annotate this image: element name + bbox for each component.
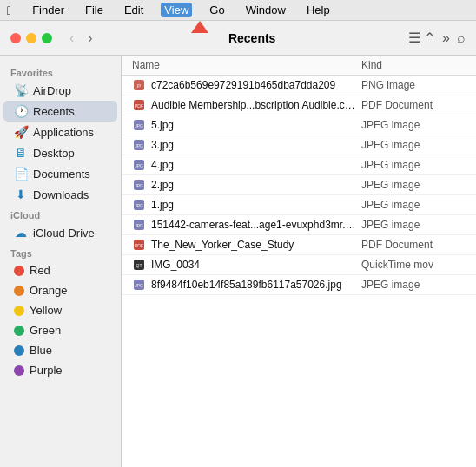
file-name: 5.jpg [151,119,356,131]
file-name: 151442-cameras-feat...age1-evuxphd3mr.jp… [151,219,356,231]
close-button[interactable] [10,33,21,43]
svg-text:JPG: JPG [135,183,143,188]
file-kind: PDF Document [361,239,466,251]
favorites-label: Favorites [0,62,121,80]
file-name: 4.jpg [151,159,356,171]
tag-orange-dot [14,286,24,296]
svg-text:PDF: PDF [135,103,143,109]
sidebar-item-recents[interactable]: 🕐 Recents [3,101,117,122]
col-name-header: Name [132,59,361,71]
table-row[interactable]: Pc72ca6b569e9729191b465dba7dda209PNG ima… [122,76,476,95]
svg-text:JPG: JPG [135,203,143,208]
toolbar-right: ☰ ⌃ » ⌕ [408,30,466,46]
tag-purple-dot [14,365,24,376]
menu-window[interactable]: Window [242,3,289,17]
sidebar-item-tag-blue[interactable]: Blue [3,340,117,360]
menu-bar:  Finder File Edit View Go Window Help [0,0,476,21]
tags-label: Tags [0,243,121,260]
table-row[interactable]: JPG5.jpgJPEG image [122,115,476,135]
file-icon: JPG [132,278,146,292]
sidebar-item-tag-red[interactable]: Red [3,260,117,280]
downloads-icon: ⬇ [14,187,28,201]
sidebar-label-documents: Documents [33,168,90,181]
table-row[interactable]: PDFThe_New_Yorker_Case_StudyPDF Document [122,235,476,255]
file-kind: QuickTime mov [361,259,466,271]
sidebar-item-airdrop[interactable]: 📡 AirDrop [3,80,117,101]
table-row[interactable]: JPG4.jpgJPEG image [122,155,476,175]
sidebar-item-downloads[interactable]: ⬇ Downloads [3,184,117,205]
sidebar-item-tag-purple[interactable]: Purple [3,360,117,380]
table-row[interactable]: JPG2.jpgJPEG image [122,175,476,195]
table-row[interactable]: JPG151442-cameras-feat...age1-evuxphd3mr… [122,215,476,235]
svg-text:PDF: PDF [135,243,143,248]
file-icon: JPG [132,118,146,132]
svg-text:P: P [137,83,141,89]
back-button[interactable]: ‹ [66,29,77,48]
svg-text:JPG: JPG [135,283,143,288]
column-headers: Name Kind [122,56,476,76]
file-icon: PDF [132,98,146,112]
file-name: 3.jpg [151,139,356,151]
sidebar-item-icloud-drive[interactable]: ☁ iCloud Drive [3,222,117,243]
file-kind: JPEG image [361,119,466,131]
file-name: Audible Membership...bscription Audible.… [151,99,356,111]
minimize-button[interactable] [26,33,36,43]
file-kind: PNG image [361,79,466,91]
desktop-icon: 🖥 [14,146,28,160]
expand-icon[interactable]: » [442,30,450,46]
sidebar-label-yellow: Yellow [30,304,62,317]
documents-icon: 📄 [14,167,28,181]
table-row[interactable]: JPG1.jpgJPEG image [122,195,476,215]
apple-logo-icon:  [7,3,11,17]
sidebar-item-tag-green[interactable]: Green [3,320,117,340]
col-kind-header: Kind [361,59,466,71]
menu-file[interactable]: File [82,3,107,17]
file-icon: JPG [132,178,146,192]
svg-text:JPG: JPG [135,143,143,148]
sidebar-item-applications[interactable]: 🚀 Applications [3,122,117,142]
sidebar-item-desktop[interactable]: 🖥 Desktop [3,142,117,163]
tag-green-dot [14,326,24,336]
svg-text:JPG: JPG [135,123,143,128]
file-kind: JPEG image [361,159,466,171]
menu-go[interactable]: Go [206,3,228,17]
icloud-drive-icon: ☁ [14,226,28,240]
file-name: 1.jpg [151,199,356,211]
svg-text:QT: QT [136,263,142,268]
table-row[interactable]: QTIMG_0034QuickTime mov [122,255,476,275]
sidebar-label-purple: Purple [30,364,63,377]
table-row[interactable]: JPG8f9484f10eb14f85a189fb6117a57026.jpgJ… [122,275,476,295]
view-options-icon[interactable]: ☰ ⌃ [408,30,435,46]
file-kind: JPEG image [361,219,466,231]
menu-view[interactable]: View [161,3,192,17]
sidebar-item-tag-yellow[interactable]: Yellow [3,300,117,320]
sidebar-label-desktop: Desktop [33,147,75,160]
file-icon: JPG [132,158,146,172]
table-row[interactable]: JPG3.jpgJPEG image [122,135,476,155]
forward-button[interactable]: › [84,29,96,48]
menu-finder[interactable]: Finder [29,3,68,17]
sidebar-label-downloads: Downloads [33,188,89,201]
search-icon[interactable]: ⌕ [457,30,466,46]
window-title: Recents [103,31,401,45]
sidebar-item-tag-orange[interactable]: Orange [3,280,117,300]
file-icon: QT [132,258,146,272]
table-row[interactable]: PDFAudible Membership...bscription Audib… [122,95,476,115]
svg-text:JPG: JPG [135,223,143,228]
traffic-lights [10,33,52,43]
file-name: c72ca6b569e9729191b465dba7dda209 [151,79,356,91]
menu-help[interactable]: Help [303,3,334,17]
toolbar: ‹ › Recents ☰ ⌃ » ⌕ [0,21,476,56]
sidebar-item-documents[interactable]: 📄 Documents [3,163,117,184]
sidebar-label-green: Green [30,324,61,337]
recents-icon: 🕐 [14,104,28,118]
menu-edit[interactable]: Edit [121,3,147,17]
file-kind: JPEG image [361,199,466,211]
main-area: Favorites 📡 AirDrop 🕐 Recents 🚀 Applicat… [0,56,476,467]
sidebar-label-red: Red [30,264,50,277]
applications-icon: 🚀 [14,125,28,139]
fullscreen-button[interactable] [42,33,52,43]
file-icon: JPG [132,138,146,152]
finder-window: ‹ › Recents ☰ ⌃ » ⌕ Favorites 📡 AirDrop … [0,21,476,467]
file-kind: JPEG image [361,179,466,191]
